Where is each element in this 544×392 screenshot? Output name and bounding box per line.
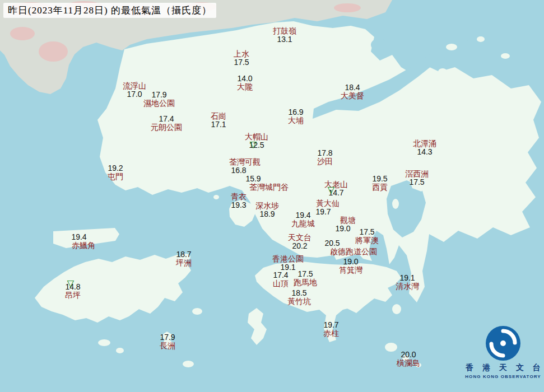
station-temperature: 15.9 [234, 175, 273, 183]
station-長洲: 17.9長洲 [160, 333, 175, 350]
station-temperature: 17.8 [317, 149, 333, 157]
station-name: 大隴 [237, 83, 253, 91]
station-name: 長洲 [160, 342, 175, 350]
station-黃大仙: 黃大仙19.7 [316, 199, 340, 216]
station-濕地公園: 17.9濕地公園 [143, 91, 175, 108]
stations-layer: 打鼓嶺13.1上水17.514.0大隴流浮山17.017.9濕地公園18.4大美… [0, 0, 544, 392]
station-沙田: 17.8沙田 [317, 149, 333, 166]
station-北潭涌: 北潭涌14.3 [413, 139, 436, 156]
station-name: 筲箕灣 [339, 266, 362, 274]
station-name: 香港公園 [272, 255, 304, 263]
station-temperature: 17.5 [294, 270, 317, 278]
station-深水埗: 深水埗18.9 [255, 202, 279, 218]
station-name: 沙田 [317, 157, 333, 166]
station-temperature: 19.0 [339, 258, 362, 266]
station-天文台: 天文台20.2 [288, 234, 311, 250]
station-name: 觀塘 [340, 216, 356, 225]
station-大埔: 16.9大埔 [288, 108, 304, 125]
station-temperature: 18.5 [287, 289, 311, 297]
hko-logo: 香 港 天 文 台 HONG KONG OBSERVATORY [466, 325, 541, 379]
station-跑馬地: 17.5跑馬地 [294, 270, 317, 287]
station-temperature: 19.1 [396, 274, 419, 282]
station-temperature: 14.0 [237, 74, 253, 83]
hko-logo-icon [485, 325, 522, 362]
station-name: 西貢 [372, 183, 388, 192]
station-赤鱲角: 19.4赤鱲角 [72, 233, 95, 250]
station-黃竹坑: 18.5黃竹坑 [287, 289, 311, 306]
station-荃灣城門谷: 15.9荃灣城門谷 [249, 175, 289, 192]
station-name: 青衣 [231, 193, 247, 201]
station-temperature: 17.5 [405, 178, 429, 186]
station-滘西洲: 滘西洲17.5 [405, 170, 429, 186]
station-temperature: 17.4 [151, 115, 182, 123]
station-赤柱: 19.7赤柱 [323, 321, 339, 338]
station-temperature: 17.1 [211, 120, 226, 129]
station-temperature: 17.5 [355, 228, 379, 236]
station-觀塘: 觀塘19.0 [340, 216, 356, 233]
station-temperature: 17.9 [160, 333, 175, 342]
station-上水: 上水17.5 [234, 50, 249, 67]
station-temperature: 19.7 [323, 321, 339, 329]
station-name: 坪洲 [176, 259, 192, 267]
station-name: 大埔 [288, 116, 304, 125]
station-name: 大美督 [341, 92, 364, 100]
station-name: 打鼓嶺 [273, 27, 296, 35]
station-temperature: 20.5 [309, 239, 356, 248]
station-temperature: 19.3 [231, 201, 247, 209]
station-name: 山頂 [273, 279, 289, 288]
station-temperature: 19.7 [311, 208, 335, 216]
station-name: 清水灣 [396, 282, 419, 291]
station-大隴: 14.0大隴 [237, 74, 253, 91]
station-name: 上水 [234, 50, 249, 58]
station-temperature: 16.8 [223, 166, 254, 175]
station-元朗公園: 17.4元朗公園 [151, 115, 182, 132]
station-name: 赤鱲角 [72, 241, 95, 250]
station-temperature: 19.5 [372, 175, 388, 183]
station-name: 赤柱 [323, 329, 339, 338]
station-流浮山: 流浮山17.0 [123, 82, 146, 99]
station-九龍城: 19.4九龍城 [291, 211, 315, 228]
station-temperature: 17.9 [143, 91, 175, 99]
hko-name-chinese: 香 港 天 文 台 [462, 363, 544, 373]
station-name: 流浮山 [123, 82, 146, 90]
station-name: 黃大仙 [316, 199, 340, 208]
hko-min-temp-map-page: 昨日(2023年11月28日) 的最低氣溫（攝氏度） 打鼓嶺13.1上水17.5… [0, 0, 544, 392]
station-石崗: 石崗17.1 [211, 112, 226, 129]
station-name: 屯門 [108, 172, 123, 181]
station-temperature: 17.0 [123, 90, 146, 99]
logo-center-dot [500, 340, 506, 346]
station-name: 荃灣可觀 [229, 158, 261, 166]
station-name: 北潭涌 [413, 139, 436, 148]
station-temperature: 18.9 [255, 210, 279, 218]
station-坪洲: 18.7坪洲 [176, 250, 192, 267]
station-name: 九龍城 [291, 220, 315, 228]
station-name: 昂坪 [65, 291, 81, 300]
station-name: 深水埗 [255, 202, 279, 210]
station-name: 啟德跑道公園 [330, 248, 377, 256]
station-橫瀾島: 20.0橫瀾島 [397, 351, 420, 367]
station-山頂: 17.4山頂 [273, 271, 289, 288]
station-temperature: 20.2 [288, 242, 311, 250]
station-屯門: 19.2屯門 [108, 164, 123, 181]
station-荃灣可觀: 荃灣可觀16.8 [229, 158, 261, 175]
min-temp-marker-icon: ▽ [250, 140, 257, 149]
station-temperature: 18.4 [341, 83, 364, 92]
station-青衣: 青衣19.3 [231, 193, 247, 209]
station-name: 跑馬地 [294, 278, 317, 287]
station-temperature: 18.7 [176, 250, 192, 259]
min-temp-marker-icon: ▽ [67, 279, 74, 288]
station-temperature: 17.4 [273, 271, 289, 279]
station-temperature: 14.3 [413, 148, 436, 156]
station-啟德跑道公園: 20.5啟德跑道公園 [330, 239, 377, 256]
min-temp-marker-icon: ▽ [328, 185, 334, 194]
station-西貢: 19.5西貢 [372, 175, 388, 192]
station-temperature: 19.2 [108, 164, 123, 172]
station-大美督: 18.4大美督 [341, 83, 364, 100]
station-name: 橫瀾島 [397, 359, 420, 367]
station-temperature: 20.0 [397, 351, 420, 359]
hko-name-english: HONG KONG OBSERVATORY [465, 374, 541, 379]
station-temperature: 19.0 [335, 225, 351, 233]
station-name: 濕地公園 [143, 99, 175, 108]
station-name: 天文台 [288, 234, 311, 242]
station-temperature: 16.9 [288, 108, 304, 116]
